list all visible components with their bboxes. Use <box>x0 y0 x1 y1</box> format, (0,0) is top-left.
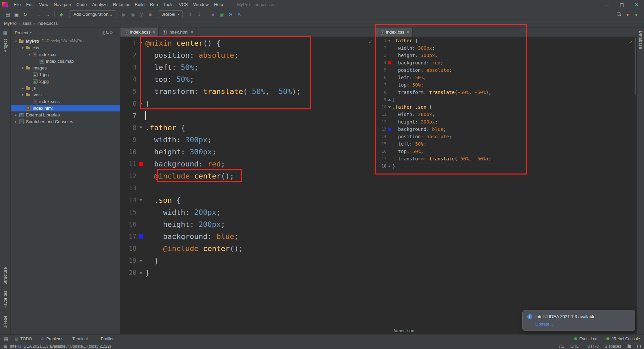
tool-button-favorites[interactable]: Favorites <box>3 291 8 308</box>
code-line-17[interactable]: 17 transform: translate(-50%, -50%); <box>376 155 637 162</box>
menu-help[interactable]: Help <box>211 0 226 9</box>
tool-button-jrebel-console[interactable]: JRebel Console <box>606 337 640 341</box>
tree-item-index-scss[interactable]: index.scss <box>11 98 120 105</box>
translate-icon[interactable]: A <box>235 11 244 18</box>
close-tab-icon[interactable]: × <box>191 30 194 34</box>
tool-button-todo[interactable]: ▤TODO <box>15 337 32 341</box>
chevron-right-icon[interactable]: ▸ <box>13 113 18 117</box>
tree-item-index-html[interactable]: Index.html <box>11 105 120 111</box>
code-line-6[interactable]: 6 left: 50%; <box>376 74 637 81</box>
code-line-1[interactable]: 1@mixin center() { <box>120 37 376 49</box>
color-preview-swatch[interactable] <box>139 162 143 166</box>
tool-button-structure[interactable]: Structure <box>3 267 8 285</box>
code-line-15[interactable]: 15 left: 50%; <box>376 140 637 148</box>
breadcrumb-index-scss[interactable]: index.scss <box>37 21 59 26</box>
code-line-5[interactable]: 5 transform: translate(-50%, -50%); <box>120 85 376 97</box>
code-line-18[interactable]: 18} <box>376 162 637 170</box>
code-line-8[interactable]: 8 transform: translate(-50%, -50%); <box>376 89 637 96</box>
code-line-2[interactable]: 2 position: absolute; <box>120 49 376 61</box>
code-line-14[interactable]: 14 .son { <box>120 194 376 206</box>
tree-item-index-css[interactable]: ▾index.css <box>11 51 120 58</box>
line-ending-indicator[interactable]: CRLF <box>571 344 581 349</box>
code-line-9[interactable]: 9} <box>376 96 637 103</box>
chevron-right-icon[interactable]: ▸ <box>13 120 18 123</box>
indent-indicator[interactable]: 2 spaces <box>605 344 621 349</box>
step-up-icon[interactable]: ↥ <box>186 11 195 18</box>
code-line-20[interactable]: 20} <box>120 266 376 279</box>
paint-brush-icon[interactable]: ◆ <box>57 11 66 18</box>
code-line-7[interactable]: 7 top: 50%; <box>376 81 637 89</box>
forward-icon[interactable]: → <box>43 11 52 18</box>
code-line-4[interactable]: 4 background: red; <box>376 59 637 66</box>
back-icon[interactable]: ← <box>35 11 43 18</box>
chevron-down-icon[interactable]: ▾ <box>13 39 18 43</box>
run-icon[interactable]: ▶ <box>120 11 128 18</box>
stop-icon[interactable]: ■ <box>146 11 155 18</box>
chevron-down-icon[interactable]: ▾ <box>20 66 25 70</box>
menu-file[interactable]: File <box>11 0 23 9</box>
code-area-css[interactable]: 1.father {2 width: 300px;3 height: 300px… <box>376 37 637 334</box>
step-down-icon[interactable]: ↧ <box>195 11 204 18</box>
code-line-6[interactable]: 6} <box>120 97 376 109</box>
code-line-8[interactable]: 8.father { <box>120 121 376 134</box>
editor-css[interactable]: index.css× ✓ 1.father {2 width: 300px;3 … <box>376 28 637 334</box>
purple-ball-icon[interactable]: ● <box>209 11 217 18</box>
code-line-19[interactable]: 19 } <box>120 254 376 266</box>
update-notification[interactable]: i IntelliJ IDEA 2021.1.3 available Updat… <box>522 310 635 331</box>
coverage-icon[interactable]: ◎ <box>137 11 146 18</box>
code-line-17[interactable]: 17 background: blue; <box>120 230 376 242</box>
tool-windows-icon[interactable]: ▦ <box>4 336 8 341</box>
code-line-4[interactable]: 4 top: 50%; <box>120 73 376 85</box>
menu-edit[interactable]: Edit <box>23 0 36 9</box>
fold-marker[interactable] <box>139 199 143 201</box>
code-line-7[interactable]: 7 <box>120 109 376 121</box>
tree-item-1-jpg[interactable]: 1.jpg <box>11 71 120 78</box>
code-line-3[interactable]: 3 height: 300px; <box>376 52 637 59</box>
editor-scss[interactable]: index.scss×index.html× ✓ 1@mixin center(… <box>120 28 376 334</box>
code-line-18[interactable]: 18 @include center(); <box>120 242 376 254</box>
fold-marker[interactable] <box>139 271 143 273</box>
tool-button-terminal[interactable]: Terminal <box>72 337 88 341</box>
close-tab-icon[interactable]: × <box>153 30 156 34</box>
hide-panel-icon[interactable]: — <box>113 30 117 35</box>
minimize-button[interactable]: — <box>600 0 614 9</box>
lock-icon[interactable] <box>628 345 631 348</box>
tree-item-scratches-and-consoles[interactable]: ▸Scratches and Consoles <box>11 118 120 125</box>
fold-marker[interactable] <box>139 127 143 129</box>
fold-marker[interactable] <box>388 40 391 42</box>
tree-item-js[interactable]: ▸js <box>11 85 120 91</box>
code-line-11[interactable]: 11 width: 200px; <box>376 111 637 118</box>
code-line-5[interactable]: 5 position: absolute; <box>376 66 637 74</box>
scrollbar-thumb[interactable] <box>635 38 636 95</box>
code-area-scss[interactable]: 1@mixin center() {2 position: absolute;3… <box>120 37 376 334</box>
color-preview-swatch[interactable] <box>388 61 391 64</box>
close-tab-icon[interactable]: × <box>407 30 409 34</box>
code-line-3[interactable]: 3 left: 50%; <box>120 61 376 73</box>
code-line-12[interactable]: 12 height: 200px; <box>376 118 637 126</box>
menu-refactor[interactable]: Refactor <box>110 0 132 9</box>
menu-navigate[interactable]: Navigate <box>51 0 73 9</box>
tree-item-css[interactable]: ▾css <box>11 44 120 51</box>
code-line-2[interactable]: 2 width: 300px; <box>376 44 637 52</box>
save-all-icon[interactable]: ▣ <box>12 11 21 18</box>
code-line-13[interactable]: 13 <box>120 182 376 194</box>
breadcrumb-mypro[interactable]: MyPro <box>3 21 17 26</box>
tab-index-html[interactable]: index.html× <box>159 28 197 37</box>
menu-build[interactable]: Build <box>132 0 147 9</box>
fold-marker[interactable] <box>139 42 143 44</box>
fold-marker[interactable] <box>139 259 143 261</box>
chevron-down-icon[interactable]: ▾ <box>20 93 25 97</box>
add-configuration-button[interactable]: Add Configuration... <box>69 10 116 18</box>
tree-item-index-css-map[interactable]: index.css.map <box>11 58 120 64</box>
tool-button-event-log[interactable]: Event Log <box>574 337 597 341</box>
tool-button-jrebel[interactable]: JRebel <box>3 314 8 328</box>
chevron-down-icon[interactable]: ▾ <box>30 31 32 34</box>
breadcrumb-sass[interactable]: sass <box>22 21 32 26</box>
code-line-14[interactable]: 14 position: absolute; <box>376 133 637 140</box>
tree-item-2-jpg[interactable]: 2.jpg <box>11 78 120 85</box>
update-link[interactable]: Update... <box>535 321 630 327</box>
code-line-16[interactable]: 16 height: 200px; <box>120 218 376 230</box>
search-icon[interactable] <box>614 11 623 18</box>
tool-button-profiler[interactable]: ◔Profiler <box>97 337 114 341</box>
fold-marker[interactable] <box>388 99 391 101</box>
